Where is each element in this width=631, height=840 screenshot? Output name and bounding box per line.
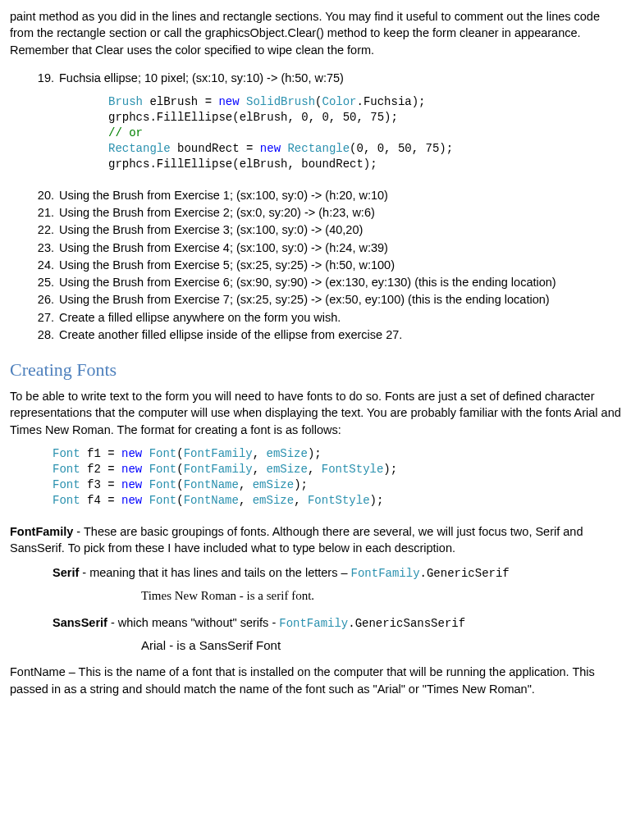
exercise-item: 25.Using the Brush from Exercise 6; (sx:… [10, 274, 621, 290]
exercise-number: 21. [33, 204, 59, 221]
sansserif-label: SansSerif [53, 616, 107, 629]
exercise-number: 26. [33, 291, 59, 308]
exercise-number: 23. [33, 240, 59, 256]
exercise-item: 21.Using the Brush from Exercise 2; (sx:… [10, 204, 621, 221]
exercise-text: Using the Brush from Exercise 2; (sx:0, … [59, 204, 621, 221]
fonts-intro-paragraph: To be able to write text to the form you… [10, 388, 621, 438]
sans-sample: Arial - is a SansSerif Font [141, 637, 621, 654]
exercise-text: Using the Brush from Exercise 6; (sx:90,… [59, 274, 621, 290]
fontname-label: FontName [10, 665, 66, 678]
code-block-2: Font f1 = new Font(FontFamily, emSize); … [53, 446, 621, 509]
exercise-item: 24.Using the Brush from Exercise 5; (sx:… [10, 257, 621, 273]
code-block-1: Brush elBrush = new SolidBrush(Color.Fuc… [108, 94, 621, 171]
exercise-text: Create another filled ellipse inside of … [59, 326, 621, 343]
exercise-number: 20. [33, 187, 59, 203]
exercise-text: Using the Brush from Exercise 5; (sx:25,… [59, 257, 621, 273]
exercise-number: 22. [33, 221, 59, 238]
exercise-number: 25. [33, 274, 59, 290]
exercise-number: 28. [33, 326, 59, 343]
exercise-number: 27. [33, 309, 59, 326]
exercise-text: Using the Brush from Exercise 3; (sx:100… [59, 221, 621, 238]
exercise-list: 20.Using the Brush from Exercise 1; (sx:… [10, 187, 621, 344]
exercise-item: 20.Using the Brush from Exercise 1; (sx:… [10, 187, 621, 203]
exercise-text: Using the Brush from Exercise 7; (sx:25,… [59, 291, 621, 308]
exercise-19: 19. Fuchsia ellipse; 10 pixel; (sx:10, s… [10, 70, 621, 86]
exercise-number: 19. [33, 70, 59, 86]
serif-sample: Times New Roman - is a serif font. [141, 587, 621, 605]
sansserif-definition: SansSerif - which means "without" serifs… [53, 614, 621, 632]
fontname-paragraph: FontName – This is the name of a font th… [10, 664, 621, 697]
exercise-item: 28.Create another filled ellipse inside … [10, 326, 621, 343]
exercise-item: 23.Using the Brush from Exercise 4; (sx:… [10, 240, 621, 256]
exercise-text: Create a filled ellipse anywhere on the … [59, 309, 621, 326]
fontfamily-label: FontFamily [10, 525, 73, 538]
exercise-text: Fuchsia ellipse; 10 pixel; (sx:10, sy:10… [59, 70, 621, 86]
heading-creating-fonts: Creating Fonts [10, 358, 621, 383]
exercise-text: Using the Brush from Exercise 4; (sx:100… [59, 240, 621, 256]
intro-paragraph: paint method as you did in the lines and… [10, 8, 621, 58]
exercise-text: Using the Brush from Exercise 1; (sx:100… [59, 187, 621, 203]
fontfamily-paragraph: FontFamily - These are basic groupings o… [10, 523, 621, 557]
exercise-number: 24. [33, 257, 59, 273]
exercise-item: 27.Create a filled ellipse anywhere on t… [10, 309, 621, 326]
serif-definition: Serif - meaning that it has lines and ta… [53, 564, 621, 582]
exercise-item: 22.Using the Brush from Exercise 3; (sx:… [10, 221, 621, 238]
exercise-item: 26.Using the Brush from Exercise 7; (sx:… [10, 291, 621, 308]
serif-label: Serif [53, 566, 79, 579]
